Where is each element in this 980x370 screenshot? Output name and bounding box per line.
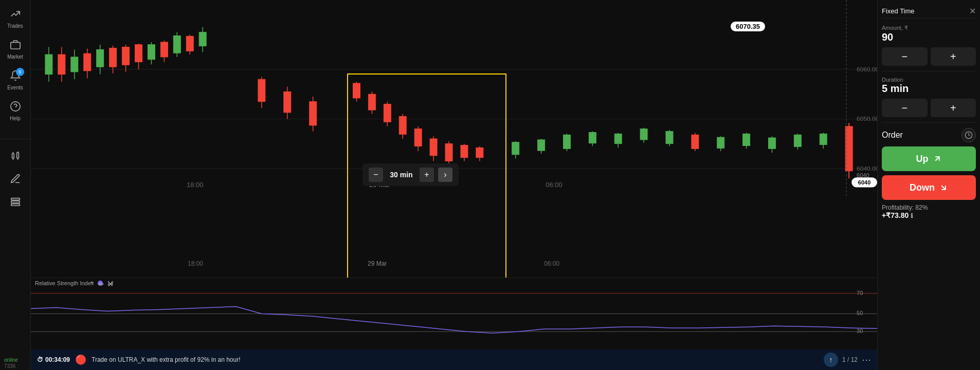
time-label-18: 18:00: [188, 260, 203, 267]
notification-timer: ⏱ 00:34:09: [37, 356, 70, 363]
svg-rect-80: [414, 129, 422, 146]
svg-rect-88: [476, 147, 483, 157]
plus-icon: +: [950, 51, 956, 63]
notification-scroll-up[interactable]: ↑: [824, 353, 838, 367]
svg-rect-54: [84, 53, 91, 71]
svg-text:06:00: 06:00: [546, 181, 562, 189]
svg-rect-10: [11, 201, 20, 203]
sidebar-item-label: Trades: [7, 23, 23, 29]
rsi-panel: Relative Strength Index 14 ⌃ ✏ ✕ 70 50 3…: [31, 278, 877, 349]
duration-next-button[interactable]: ›: [438, 168, 452, 182]
plus-icon: +: [424, 170, 429, 179]
amount-label: Amount, ₹: [882, 25, 976, 31]
order-label: Order: [882, 131, 903, 140]
svg-rect-42: [717, 137, 724, 148]
profitability-label: Profitability: 82%: [882, 204, 976, 211]
market-icon: [10, 39, 21, 53]
svg-rect-18: [71, 57, 78, 72]
rsi-chart: 70 50 30: [31, 278, 877, 349]
toolbar-draw[interactable]: [0, 170, 30, 189]
duration-plus-button[interactable]: +: [931, 99, 976, 117]
sidebar-item-help[interactable]: Help: [0, 98, 30, 124]
down-button[interactable]: Down: [882, 175, 976, 200]
svg-rect-58: [122, 47, 130, 65]
chart-area[interactable]: 18:00 29 Mar 06:00 6060.00 6050.00 6040.…: [31, 0, 877, 278]
events-badge: 9: [16, 68, 24, 76]
sidebar-item-trades[interactable]: Trades: [0, 5, 30, 32]
svg-rect-86: [461, 145, 468, 158]
candle-icon: [10, 151, 21, 163]
notification-pagination: ↑ 1 / 12 ⋯: [824, 353, 871, 367]
svg-text:18:00: 18:00: [187, 181, 203, 189]
svg-rect-82: [430, 139, 437, 156]
rsi-header: Relative Strength Index 14 ⌃ ✏ ✕: [31, 278, 118, 288]
divider-1: [882, 71, 976, 71]
svg-rect-28: [512, 142, 519, 155]
rsi-expand-button[interactable]: ⌃: [89, 280, 95, 288]
svg-rect-36: [614, 134, 622, 143]
rsi-edit-button[interactable]: ✏: [98, 280, 104, 288]
svg-rect-48: [794, 135, 801, 146]
svg-line-110: [935, 157, 939, 161]
duration-plus-button[interactable]: +: [420, 168, 434, 182]
duration-value: 5 min: [882, 83, 976, 95]
svg-rect-74: [368, 94, 375, 110]
minus-icon: −: [901, 102, 908, 114]
svg-text:50: 50: [857, 310, 863, 317]
sidebar-item-events[interactable]: 9 Events: [0, 67, 30, 94]
order-row: Order: [882, 128, 976, 142]
up-button[interactable]: Up: [882, 146, 976, 171]
more-options[interactable]: ⋯: [862, 354, 871, 365]
fixed-time-header: Fixed Time ✕: [882, 4, 976, 18]
svg-rect-56: [110, 48, 117, 67]
rsi-close-button[interactable]: ✕: [107, 280, 114, 288]
notification-bar: ⏱ 00:34:09 🔴 Trade on ULTRA_X with extra…: [31, 349, 877, 370]
events-icon: 9: [10, 70, 21, 84]
svg-rect-90: [692, 135, 699, 149]
layers-icon: [10, 196, 21, 208]
svg-rect-22: [148, 45, 155, 60]
svg-rect-64: [186, 36, 193, 51]
up-arrow-icon: [933, 154, 942, 163]
duration-minus-button[interactable]: −: [882, 99, 928, 117]
svg-rect-50: [820, 134, 827, 144]
sidebar: Trades Market 9 Events Help: [0, 0, 31, 370]
svg-rect-44: [743, 134, 750, 145]
svg-rect-62: [160, 42, 168, 57]
draw-icon: [10, 173, 21, 186]
svg-text:6060.00: 6060.00: [857, 66, 877, 72]
amount-value: 90: [882, 31, 976, 43]
fixed-time-close-button[interactable]: ✕: [969, 6, 976, 16]
sidebar-item-market[interactable]: Market: [0, 36, 30, 63]
duration-popup: − 30 min + ›: [362, 163, 459, 186]
duration-minus-button[interactable]: −: [369, 168, 383, 182]
amount-plus-button[interactable]: +: [931, 47, 976, 66]
toolbar-candle[interactable]: [0, 147, 30, 166]
svg-line-111: [941, 186, 946, 190]
svg-rect-60: [135, 45, 142, 62]
amount-controls: − +: [882, 47, 976, 66]
pagination-value: 1 / 12: [842, 356, 858, 363]
svg-rect-30: [538, 140, 545, 151]
trades-icon: [10, 8, 21, 22]
amount-minus-button[interactable]: −: [882, 47, 928, 66]
rsi-title: Relative Strength Index: [35, 280, 94, 286]
svg-rect-11: [11, 204, 20, 206]
toolbar-layers[interactable]: [0, 193, 30, 211]
svg-rect-78: [399, 117, 406, 135]
svg-rect-52: [58, 54, 65, 75]
divider-2: [882, 122, 976, 123]
svg-rect-0: [10, 42, 20, 49]
svg-rect-26: [199, 32, 206, 46]
svg-text:6040: 6040: [858, 179, 870, 186]
svg-rect-9: [11, 198, 20, 200]
date-label: 29 Mar: [368, 260, 387, 267]
svg-rect-76: [384, 104, 391, 122]
svg-text:30: 30: [857, 328, 863, 334]
plus-icon: +: [950, 102, 956, 114]
svg-rect-40: [666, 132, 673, 144]
help-icon: [10, 101, 21, 115]
svg-rect-16: [45, 54, 52, 75]
sidebar-item-label: Market: [7, 54, 23, 60]
svg-rect-72: [353, 83, 360, 98]
